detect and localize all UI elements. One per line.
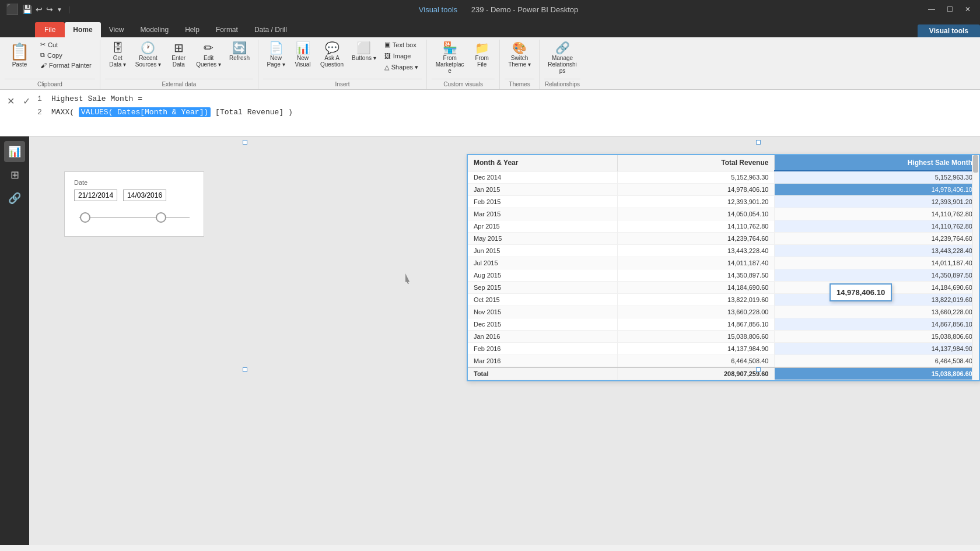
ribbon-tabs: File Home View Modeling Help Format Data… [0, 19, 980, 37]
refresh-icon: 🔄 [232, 42, 247, 54]
scrollbar-track[interactable] [972, 155, 979, 380]
from-marketplace-button[interactable]: 🏪 FromMarketplace [432, 40, 468, 76]
relationships-label: Relationships [544, 79, 580, 89]
table-row: Dec 20145,152,963.305,152,963.30 [468, 171, 979, 184]
ask-question-button[interactable]: 💬 Ask AQuestion [317, 40, 347, 70]
manage-relationships-button[interactable]: 🔗 ManageRelationships [544, 40, 580, 76]
window-title: Visual tools 239 - Demo - Power BI Deskt… [419, 5, 578, 14]
cell-r4-c2: 14,110,762.80 [775, 220, 979, 233]
relationships-group: 🔗 ManageRelationships Relationships [540, 40, 585, 89]
image-button[interactable]: 🖼 Image [381, 51, 422, 61]
paste-button[interactable]: 📋 Paste [5, 40, 34, 70]
close-btn[interactable]: ✕ [961, 4, 974, 15]
tab-help[interactable]: Help [177, 22, 208, 37]
from-file-icon: 📁 [475, 42, 489, 54]
quick-access-dropdown[interactable]: ▼ [57, 6, 62, 13]
tab-modeling[interactable]: Modeling [132, 22, 177, 37]
refresh-button[interactable]: 🔄 Refresh [226, 40, 253, 64]
text-box-icon: ▣ [384, 41, 390, 48]
cell-r11-c0: Nov 2015 [468, 306, 617, 318]
switch-theme-icon: 🎨 [512, 42, 527, 54]
col-header-month-year[interactable]: Month & Year [468, 155, 617, 171]
scrollbar-thumb[interactable] [973, 155, 978, 173]
table-row: Aug 201514,350,897.5014,350,897.50 [468, 269, 979, 282]
cell-r6-c1: 13,443,228.40 [617, 245, 775, 257]
resize-handle-tr[interactable] [756, 140, 761, 145]
sidebar-model-view[interactable]: 🔗 [4, 188, 25, 209]
cell-r10-c1: 13,822,019.60 [617, 294, 775, 306]
sidebar-data-view[interactable]: ⊞ [4, 164, 25, 185]
tab-view[interactable]: View [101, 22, 132, 37]
table-scroll-container[interactable]: Month & Year Total Revenue Highest Sale … [468, 155, 979, 380]
quick-access-save[interactable]: 💾 [22, 5, 32, 14]
table-row: Jan 201615,038,806.6015,038,806.60 [468, 331, 979, 343]
quick-access-redo[interactable]: ↪ [46, 5, 53, 14]
formula-highlighted-text[interactable]: VALUES( Dates[Month & Year]) [79, 107, 211, 117]
enter-data-button[interactable]: ⊞ EnterData [166, 40, 191, 70]
filter-button[interactable]: ⧖ [705, 136, 721, 138]
table-row: Feb 201512,393,901.2012,393,901.20 [468, 196, 979, 208]
switch-theme-button[interactable]: 🎨 SwitchTheme ▾ [505, 40, 534, 70]
cell-r0-c0: Dec 2014 [468, 171, 617, 184]
cell-r6-c0: Jun 2015 [468, 245, 617, 257]
col-header-highest-sale[interactable]: Highest Sale Month [775, 155, 979, 171]
formula-confirm-button[interactable]: ✓ [20, 94, 33, 108]
tab-home[interactable]: Home [65, 22, 100, 37]
tab-format[interactable]: Format [208, 22, 246, 37]
cell-r5-c2: 14,239,764.60 [775, 233, 979, 245]
focus-mode-button[interactable]: ⤢ [723, 136, 740, 138]
new-visual-button[interactable]: 📊 NewVisual [290, 40, 316, 70]
table-row: Mar 201514,050,054.1014,110,762.80 [468, 208, 979, 220]
slicer-slider[interactable] [74, 206, 194, 229]
more-options-button[interactable]: ⋯ [742, 136, 758, 138]
custom-visuals-label: Custom visuals [432, 79, 495, 89]
resize-handle-bl[interactable] [243, 367, 247, 372]
insert-label: Insert [263, 79, 422, 89]
shapes-button[interactable]: △ Shapes ▾ [381, 62, 422, 72]
formula-content: 1 Highest Sale Month = 2 MAXX( VALUES( D… [37, 92, 975, 134]
text-box-button[interactable]: ▣ Text box [381, 40, 422, 50]
get-data-button[interactable]: 🗄 GetData ▾ [105, 40, 131, 70]
image-icon: 🖼 [384, 52, 391, 59]
slicer-end-date[interactable]: 14/03/2016 [123, 189, 166, 201]
cell-r15-c0: Mar 2016 [468, 355, 617, 368]
themes-group: 🎨 SwitchTheme ▾ Themes [500, 40, 540, 89]
cell-r14-c2: 14,137,984.90 [775, 343, 979, 355]
cell-r15-c2: 6,464,508.40 [775, 355, 979, 368]
resize-handle-br[interactable] [756, 367, 761, 372]
maximize-btn[interactable]: ☐ [943, 4, 957, 15]
cell-r6-c2: 13,443,228.40 [775, 245, 979, 257]
canvas: Date 21/12/2014 14/03/2016 ⧖ ⤢ ⋯ [29, 136, 980, 545]
formula-cancel-button[interactable]: ✕ [5, 94, 17, 108]
themes-label: Themes [505, 79, 534, 89]
new-page-button[interactable]: 📄 NewPage ▾ [263, 40, 289, 70]
recent-sources-button[interactable]: 🕐 RecentSources ▾ [132, 40, 164, 70]
quick-access-undo[interactable]: ↩ [36, 5, 43, 14]
custom-visuals-group: 🏪 FromMarketplace 📁 FromFile Custom visu… [427, 40, 500, 89]
slicer-dates: 21/12/2014 14/03/2016 [74, 189, 194, 201]
cell-r5-c1: 14,239,764.60 [617, 233, 775, 245]
format-painter-button[interactable]: 🖌 Format Painter [37, 61, 95, 70]
table-row: Mar 20166,464,508.406,464,508.40 [468, 355, 979, 368]
slider-handle-left[interactable] [80, 212, 90, 223]
col-header-total-revenue[interactable]: Total Revenue [617, 155, 775, 171]
table-row: Feb 201614,137,984.9014,137,984.90 [468, 343, 979, 355]
ribbon: 📋 Paste ✂ Cut ⧉ Copy 🖌 Format Painter Cl… [0, 37, 980, 90]
buttons-button[interactable]: ⬜ Buttons ▾ [348, 40, 380, 64]
slicer-start-date[interactable]: 21/12/2014 [74, 189, 117, 201]
insert-group: 📄 NewPage ▾ 📊 NewVisual 💬 Ask AQuestion … [258, 40, 427, 89]
resize-handle-tl[interactable] [243, 140, 247, 145]
sidebar-report-view[interactable]: 📊 [4, 141, 25, 162]
cut-button[interactable]: ✂ Cut [37, 40, 95, 50]
external-data-label: External data [105, 79, 253, 89]
cell-r14-c0: Feb 2016 [468, 343, 617, 355]
from-file-button[interactable]: 📁 FromFile [469, 40, 495, 70]
edit-queries-button[interactable]: ✏ EditQueries ▾ [192, 40, 225, 70]
cell-r1-c0: Jan 2015 [468, 184, 617, 196]
copy-button[interactable]: ⧉ Copy [37, 50, 95, 60]
tab-data-drill[interactable]: Data / Drill [246, 22, 295, 37]
tab-file[interactable]: File [35, 22, 65, 37]
slider-handle-right[interactable] [156, 212, 166, 223]
cell-r3-c2: 14,110,762.80 [775, 208, 979, 220]
minimize-btn[interactable]: — [925, 4, 939, 15]
